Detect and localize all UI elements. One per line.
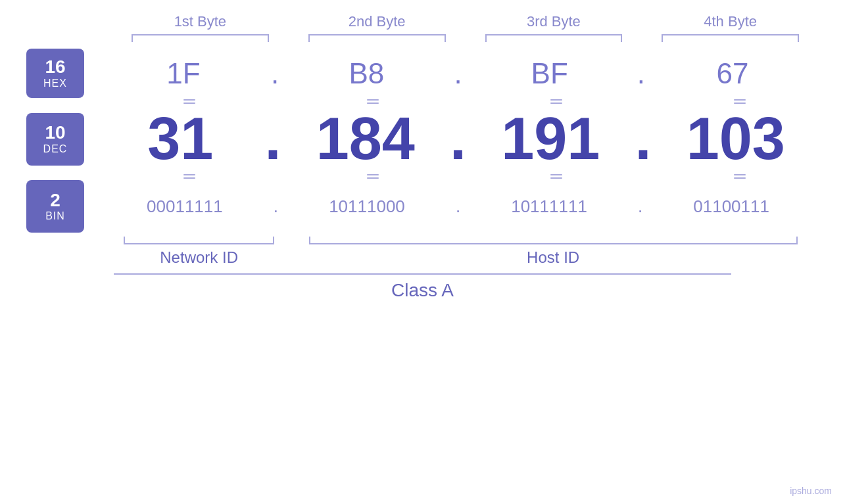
eq2-cell1 [110, 174, 268, 179]
dec-byte1-cell: 31 [97, 105, 263, 173]
bin-byte3-cell: 10111111 [462, 196, 637, 217]
network-id-section: Network ID [110, 237, 287, 267]
dec-base-label: DEC [43, 143, 68, 155]
bin-byte2-cell: 10111000 [279, 196, 454, 217]
hex-base-number: 16 [45, 57, 65, 78]
hex-byte3-value: BF [531, 57, 568, 90]
hex-byte4-cell: 67 [646, 57, 819, 90]
eq2-sign1 [183, 174, 195, 179]
hex-base-label: HEX [43, 78, 67, 89]
hex-byte3-cell: BF [464, 57, 636, 90]
byte2-bracket [308, 34, 446, 42]
eq1-cell4 [662, 99, 819, 104]
main-container: 1st Byte 2nd Byte 3rd Byte 4th Byte 16 H… [0, 0, 845, 504]
network-id-label: Network ID [160, 248, 238, 267]
bin-byte4-value: 01100111 [693, 196, 769, 217]
bin-dot3: . [638, 196, 642, 217]
class-row: Class A [26, 273, 819, 301]
bin-dot2: . [456, 196, 460, 217]
eq2-cell2 [294, 174, 451, 179]
hex-bytes-display: 1F . B8 . BF . 67 [97, 57, 819, 90]
dec-badge: 10 DEC [26, 113, 84, 166]
host-id-bracket [309, 237, 798, 244]
bin-byte1-value: 00011111 [147, 196, 223, 217]
bin-byte2-value: 10111000 [329, 196, 405, 217]
hex-byte2-value: B8 [349, 57, 384, 90]
hex-dot1: . [271, 57, 279, 90]
bin-base-number: 2 [50, 191, 60, 211]
host-id-section: Host ID [287, 237, 819, 267]
hex-badge: 16 HEX [26, 49, 84, 98]
dec-byte4-value: 103 [687, 105, 785, 173]
watermark: ipshu.com [790, 486, 832, 496]
eq1-sign2 [367, 99, 379, 104]
dec-dot3: . [635, 105, 651, 173]
dec-byte1-value: 31 [147, 105, 213, 173]
hex-byte1-cell: 1F [97, 57, 270, 90]
byte1-header: 1st Byte [112, 13, 289, 34]
hex-byte4-value: 67 [717, 57, 749, 90]
eq2-cell3 [478, 174, 635, 179]
hex-dot2: . [454, 57, 462, 90]
dec-dot1: . [264, 105, 281, 173]
equals-cells-2 [110, 174, 819, 179]
labels-row: Network ID Host ID [26, 237, 819, 267]
bin-dot1: . [274, 196, 278, 217]
byte1-bracket [132, 34, 269, 42]
byte4-bracket [662, 34, 799, 42]
class-bracket-line [114, 273, 732, 275]
eq1-sign4 [734, 99, 746, 104]
bin-byte4-cell: 01100111 [644, 196, 819, 217]
byte2-header: 2nd Byte [289, 13, 466, 34]
equals-row-1 [26, 99, 819, 104]
bin-byte3-value: 10111111 [511, 196, 587, 217]
dec-byte2-value: 184 [316, 105, 415, 173]
host-id-label: Host ID [527, 248, 579, 267]
bin-row: 2 BIN 00011111 . 10111000 . 10111111 . 0… [26, 180, 819, 233]
eq2-sign4 [734, 174, 746, 179]
labels-cells: Network ID Host ID [110, 237, 819, 267]
bin-bytes-display: 00011111 . 10111000 . 10111111 . 0110011… [97, 196, 819, 217]
hex-byte2-cell: B8 [280, 57, 452, 90]
eq2-sign2 [367, 174, 379, 179]
byte3-header: 3rd Byte [466, 13, 642, 34]
equals-row-2 [26, 174, 819, 179]
equals-cells-1 [110, 99, 819, 104]
dec-base-number: 10 [45, 123, 65, 143]
network-id-bracket [124, 237, 274, 244]
eq2-cell4 [662, 174, 819, 179]
byte4-header: 4th Byte [642, 13, 819, 34]
byte-headers-row: 1st Byte 2nd Byte 3rd Byte 4th Byte [26, 13, 819, 34]
bin-badge: 2 BIN [26, 180, 84, 233]
dec-row: 10 DEC 31 . 184 . 191 . 103 [26, 105, 819, 173]
eq1-cell3 [478, 99, 635, 104]
class-label: Class A [391, 280, 454, 301]
hex-byte1-value: 1F [166, 57, 200, 90]
byte-brackets-row [26, 34, 819, 42]
bin-base-label: BIN [45, 210, 65, 222]
eq2-sign3 [550, 174, 562, 179]
dec-byte2-cell: 184 [283, 105, 448, 173]
eq1-sign1 [183, 99, 195, 104]
dec-byte3-value: 191 [501, 105, 600, 173]
eq1-cell2 [294, 99, 451, 104]
dec-byte4-cell: 103 [653, 105, 819, 173]
byte3-bracket [485, 34, 623, 42]
dec-dot2: . [450, 105, 466, 173]
bin-byte1-cell: 00011111 [97, 196, 272, 217]
eq1-sign3 [550, 99, 562, 104]
hex-row: 16 HEX 1F . B8 . BF . 67 [26, 49, 819, 98]
eq1-cell1 [110, 99, 268, 104]
dec-byte3-cell: 191 [468, 105, 633, 173]
dec-bytes-display: 31 . 184 . 191 . 103 [97, 105, 819, 173]
hex-dot3: . [637, 57, 645, 90]
